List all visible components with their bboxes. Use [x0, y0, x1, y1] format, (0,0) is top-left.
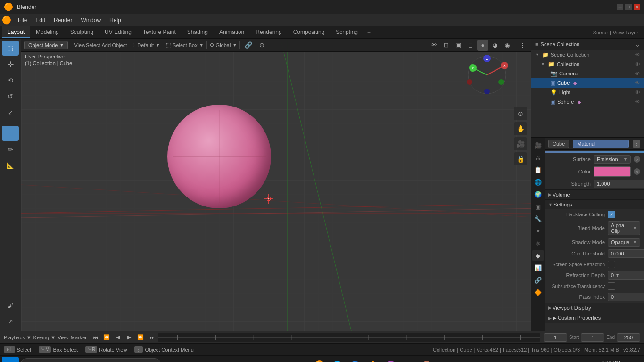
tab-compositing[interactable]: Compositing: [288, 26, 330, 38]
material-properties-icon[interactable]: ◆: [532, 250, 544, 261]
maximize-button[interactable]: □: [625, 4, 632, 10]
xray-button[interactable]: ▣: [453, 40, 464, 51]
tab-texture-paint[interactable]: Texture Paint: [137, 26, 182, 38]
zoom-to-fit-button[interactable]: ⊙: [514, 107, 527, 120]
prev-keyframe-button[interactable]: ⏪: [102, 333, 111, 342]
light-visibility-icon[interactable]: 👁: [635, 90, 640, 95]
object-data-icon[interactable]: 🔶: [532, 287, 544, 298]
lock-camera-button[interactable]: 🔒: [514, 152, 527, 165]
menu-window[interactable]: Window: [77, 16, 105, 25]
tab-modeling[interactable]: Modeling: [30, 26, 65, 38]
taskbar-blender[interactable]: 🟠: [311, 357, 328, 362]
menu-edit[interactable]: Edit: [32, 16, 49, 25]
view-menu-timeline[interactable]: View: [58, 335, 69, 340]
playback-menu[interactable]: Playback ▼: [4, 335, 32, 340]
camera-item[interactable]: 📷 Camera 👁: [531, 69, 644, 78]
tab-sculpting[interactable]: Sculpting: [65, 26, 99, 38]
display-mode-button[interactable]: 👁: [428, 40, 439, 51]
next-keyframe-button[interactable]: ⏩: [136, 333, 145, 342]
clip-threshold-field[interactable]: [608, 249, 644, 258]
light-item[interactable]: 💡 Light 👁: [531, 88, 644, 97]
menu-render[interactable]: Render: [50, 16, 76, 25]
sphere-visibility-icon[interactable]: 👁: [635, 99, 640, 105]
show-desktop-button[interactable]: ▭: [625, 357, 642, 362]
play-reverse-button[interactable]: ◀: [113, 333, 123, 342]
color-swatch[interactable]: [594, 166, 631, 177]
sphere-item[interactable]: ▣ Sphere ◆ 👁: [531, 97, 644, 107]
close-button[interactable]: ✕: [634, 4, 640, 10]
overlay-button[interactable]: ⊡: [440, 40, 452, 51]
measure-tool[interactable]: 📐: [2, 158, 19, 173]
orientation-selector[interactable]: ⊹ Default ▼: [131, 42, 160, 48]
view-menu-button[interactable]: View: [74, 40, 85, 51]
taskbar-search-box[interactable]: 🔍 Type here to search: [20, 358, 162, 362]
taskbar-app4[interactable]: 🟤: [418, 357, 435, 362]
output-properties-icon[interactable]: 🖨: [532, 152, 544, 163]
material-preview-shading[interactable]: ◕: [489, 40, 501, 51]
viewport-display-header[interactable]: ▶ Viewport Display: [545, 303, 644, 313]
tab-shading[interactable]: Shading: [182, 26, 214, 38]
screen-space-refraction-checkbox[interactable]: [608, 261, 615, 268]
move-tool[interactable]: ⟲: [2, 73, 19, 88]
cube-visibility-icon[interactable]: 👁: [635, 80, 640, 86]
surface-dropdown[interactable]: Emission ▼: [594, 155, 631, 164]
pan-button[interactable]: ✋: [514, 122, 527, 135]
tab-rendering[interactable]: Rendering: [250, 26, 287, 38]
windows-start-button[interactable]: ⊞: [2, 357, 19, 362]
tab-animation[interactable]: Animation: [214, 26, 250, 38]
history-tool[interactable]: ↗: [2, 314, 19, 329]
marker-menu[interactable]: Marker: [71, 335, 87, 340]
sphere-object[interactable]: [167, 105, 271, 208]
tab-layout[interactable]: Layout: [2, 26, 30, 38]
taskbar-chrome[interactable]: 🔵: [347, 357, 363, 362]
taskbar-edge[interactable]: 🌐: [329, 357, 346, 362]
keying-menu[interactable]: Keying ▼: [33, 335, 56, 340]
object-menu-button[interactable]: Object: [114, 40, 125, 51]
color-dot-button[interactable]: ○: [634, 168, 640, 175]
surface-dot-button[interactable]: ○: [634, 156, 640, 163]
physics-properties-icon[interactable]: ⚛: [532, 238, 544, 249]
select-menu-button[interactable]: Select: [87, 40, 99, 51]
collection-item[interactable]: ▼ 📁 Collection 👁: [531, 59, 644, 69]
object-properties-icon[interactable]: ▣: [532, 201, 544, 212]
pivot-selector[interactable]: ⊙ Global ▼: [210, 42, 237, 48]
taskbar-app3[interactable]: 🎮: [400, 357, 417, 362]
add-menu-button[interactable]: Add: [100, 40, 112, 51]
material-name-field[interactable]: Material: [573, 140, 629, 148]
refraction-depth-field[interactable]: [608, 271, 644, 280]
task-view-button[interactable]: ⧉: [163, 357, 180, 362]
navigation-gizmo[interactable]: X Y Z: [466, 54, 508, 96]
modifier-properties-icon[interactable]: 🔧: [532, 213, 544, 224]
timeline-ruler[interactable]: [158, 333, 540, 342]
cursor-tool[interactable]: ✛: [2, 57, 19, 72]
transform-tool[interactable]: ⊞: [2, 126, 19, 141]
backface-culling-checkbox[interactable]: ✓: [608, 211, 615, 218]
data-properties-icon[interactable]: 📊: [532, 262, 544, 273]
snap-toggle[interactable]: 🔗: [243, 40, 254, 51]
start-frame-field[interactable]: [581, 333, 604, 342]
scene-properties-icon[interactable]: 🌐: [532, 176, 544, 188]
jump-end-button[interactable]: ⏭: [147, 333, 157, 342]
subsurface-translucency-checkbox[interactable]: [608, 282, 615, 290]
current-frame-field[interactable]: [544, 333, 567, 342]
material-options-button[interactable]: ⋮: [633, 140, 640, 148]
constraint-properties-icon[interactable]: 🔗: [532, 274, 544, 286]
view-layer-properties-icon[interactable]: 📋: [532, 164, 544, 175]
menu-help[interactable]: Help: [106, 16, 125, 25]
scene-collection-item[interactable]: ▼ 📁 Scene Collection 👁: [531, 50, 644, 59]
window-controls[interactable]: ─ □ ✕: [617, 4, 640, 10]
object-name-field[interactable]: Cube: [548, 140, 569, 148]
tab-scripting[interactable]: Scripting: [330, 26, 363, 38]
settings-section-header[interactable]: ▼ Settings: [545, 199, 644, 209]
strength-field[interactable]: [594, 180, 644, 188]
pass-index-field[interactable]: [608, 293, 644, 301]
end-frame-field[interactable]: [617, 333, 640, 342]
particles-properties-icon[interactable]: ✦: [532, 225, 544, 237]
camera-button[interactable]: 🎥: [514, 137, 527, 150]
solid-shading[interactable]: ●: [477, 40, 488, 51]
proportional-edit[interactable]: ⊙: [256, 40, 267, 51]
taskbar-app2[interactable]: 🟣: [382, 357, 399, 362]
brush-tool[interactable]: 🖌: [2, 298, 19, 313]
render-properties-icon[interactable]: 🎥: [532, 140, 544, 151]
options-button[interactable]: ⋮: [517, 40, 528, 51]
